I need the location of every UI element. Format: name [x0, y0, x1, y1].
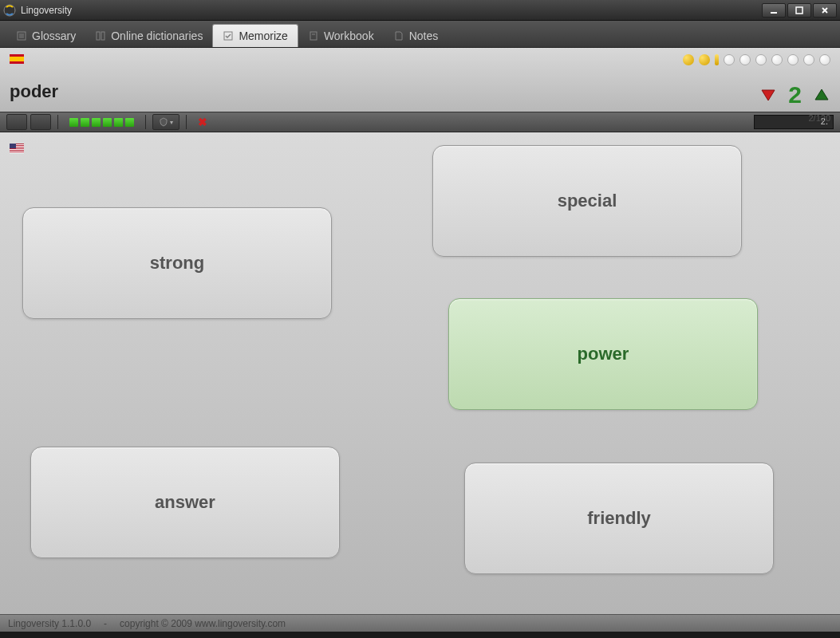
answer-label: strong: [150, 253, 204, 274]
toolbar-button-1[interactable]: [6, 114, 27, 130]
toolbar-separator: [57, 115, 58, 129]
tab-label: Glossary: [32, 30, 76, 42]
tab-online-dictionaries[interactable]: Online dictionaries: [85, 25, 212, 47]
score-number: 2: [788, 81, 802, 108]
svg-rect-10: [310, 32, 317, 40]
answer-card-friendly[interactable]: friendly: [464, 463, 774, 574]
toolbar-button-2[interactable]: [30, 114, 51, 130]
toolbar: ▾ ✖ 2.: [0, 112, 840, 132]
difficulty-indicator: [65, 118, 139, 127]
svg-rect-7: [97, 32, 100, 40]
dot-remaining: [787, 54, 799, 65]
tab-glossary[interactable]: Glossary: [6, 25, 85, 47]
copyright-text: copyright © 2009 www.lingoversity.com: [120, 618, 286, 629]
answer-area: strong special power answer friendly: [0, 132, 840, 614]
dot-remaining: [803, 54, 814, 65]
toolbar-separator: [145, 115, 146, 129]
dot-completed: [699, 54, 710, 65]
spain-flag-icon: [10, 54, 24, 64]
answer-label: special: [558, 191, 617, 211]
tab-workbook[interactable]: Workbook: [298, 25, 384, 47]
svg-rect-23: [10, 144, 16, 148]
svg-rect-20: [10, 149, 24, 150]
version-text: Lingoversity 1.1.0.0: [8, 618, 91, 629]
green-square: [81, 118, 89, 127]
answer-card-special[interactable]: special: [432, 145, 742, 257]
us-flag-icon: [10, 144, 24, 153]
svg-rect-13: [10, 57, 24, 61]
progress-dots: [683, 54, 830, 65]
workbook-icon: [308, 30, 319, 41]
green-square: [69, 118, 78, 127]
answer-label: power: [578, 344, 629, 364]
toolbar-separator: [186, 115, 187, 129]
dot-current: [715, 54, 719, 65]
green-square: [103, 118, 112, 127]
question-word: poder: [10, 81, 830, 102]
answer-label: answer: [155, 492, 215, 513]
tab-memorize[interactable]: Memorize: [212, 24, 298, 47]
green-square: [114, 118, 123, 127]
svg-marker-14: [762, 90, 775, 100]
statusbar: Lingoversity 1.1.0.0 - copyright © 2009 …: [0, 614, 840, 632]
minimize-button[interactable]: [762, 3, 786, 18]
svg-marker-15: [815, 89, 828, 100]
answer-card-answer[interactable]: answer: [30, 447, 340, 558]
up-arrow-icon[interactable]: [813, 86, 830, 104]
dot-remaining: [819, 54, 830, 65]
close-button[interactable]: [813, 3, 837, 18]
dictionaries-icon: [95, 30, 106, 41]
svg-rect-1: [771, 12, 777, 14]
tab-label: Workbook: [324, 30, 374, 42]
notes-icon: [393, 30, 404, 41]
shield-icon: [159, 117, 168, 127]
answer-card-strong[interactable]: strong: [22, 207, 332, 319]
maximize-button[interactable]: [787, 3, 811, 18]
down-arrow-icon[interactable]: [759, 86, 777, 104]
clear-button[interactable]: ✖: [193, 116, 212, 128]
answer-label: friendly: [587, 508, 650, 529]
svg-rect-21: [10, 151, 24, 152]
dot-remaining: [739, 54, 751, 65]
titlebar: Lingoversity: [0, 0, 840, 21]
answer-card-power[interactable]: power: [448, 298, 758, 410]
tab-label: Memorize: [239, 30, 287, 42]
window-controls: [762, 3, 837, 18]
svg-rect-8: [101, 32, 105, 40]
dot-remaining: [771, 54, 783, 65]
memorize-icon: [223, 30, 234, 41]
green-square: [125, 118, 134, 127]
toolbar-shield-button[interactable]: ▾: [152, 114, 179, 130]
separator: -: [104, 618, 107, 629]
svg-rect-22: [10, 152, 24, 153]
svg-rect-2: [796, 7, 803, 14]
tab-label: Online dictionaries: [111, 30, 203, 42]
dot-remaining: [724, 54, 735, 65]
green-square: [92, 118, 101, 127]
app-icon: [3, 4, 16, 17]
tab-strip: Glossary Online dictionaries Memorize Wo…: [0, 21, 840, 48]
tab-notes[interactable]: Notes: [384, 25, 448, 47]
app-title: Lingoversity: [21, 5, 762, 16]
question-header: poder 2 2/120: [0, 48, 840, 112]
progress-counter: 2/120: [808, 113, 830, 123]
dot-completed: [683, 54, 694, 65]
dot-remaining: [755, 54, 767, 65]
tab-label: Notes: [409, 30, 439, 42]
score-area: 2: [759, 81, 830, 108]
glossary-icon: [16, 30, 27, 41]
